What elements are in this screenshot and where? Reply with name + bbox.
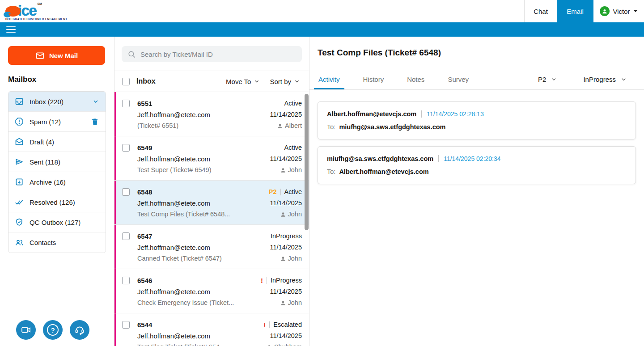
agent-name: John	[288, 253, 302, 264]
sidebar-item-contacts[interactable]: Contacts	[8, 232, 106, 253]
archive-icon	[15, 177, 24, 186]
chevron-down-icon	[294, 78, 300, 84]
message-sender: Albert.hoffman@etevcjs.com	[327, 110, 416, 118]
to-label: To:	[327, 123, 335, 131]
status-dropdown[interactable]: InProgress	[583, 76, 627, 83]
sidebar-item-label: Contacts	[30, 239, 99, 246]
tab-label: Survey	[448, 76, 469, 83]
tab-chat[interactable]: Chat	[524, 0, 557, 22]
select-all-checkbox[interactable]	[122, 78, 130, 85]
status-text: Active	[284, 186, 302, 198]
user-avatar-icon	[600, 6, 610, 16]
sender-email: Jeff.hoffman@etete.com	[137, 330, 263, 342]
sort-by-dropdown[interactable]: Sort by	[270, 78, 300, 85]
activity-messages: Albert.hoffman@etevcjs.com 11/14/2025 02…	[309, 90, 644, 196]
ticket-detail-panel: Test Comp Files (Ticket# 6548) Activity …	[309, 37, 644, 346]
priority-value: P2	[538, 76, 546, 83]
sidebar-item-inbox[interactable]: Inbox (220)	[8, 92, 106, 112]
agent-name: Shubham	[274, 342, 302, 346]
tab-notes[interactable]: Notes	[404, 69, 427, 89]
mail-list-item-6548[interactable]: 6548 Jeff.hoffman@etete.com Test Comp Fi…	[114, 181, 309, 225]
mail-checkbox[interactable]	[122, 188, 130, 196]
message-recipient: Albert.hoffman@etevcjs.com	[339, 168, 428, 175]
tab-label: History	[363, 76, 384, 83]
ticket-id: 6549	[137, 142, 270, 153]
sender-email: Jeff.hoffman@etete.com	[137, 109, 270, 120]
sidebar-item-sent[interactable]: Sent (118)	[8, 152, 106, 172]
mail-checkbox[interactable]	[122, 277, 130, 284]
mail-list-column: Inbox Move To Sort by 6551 Jeff.hoffman@…	[114, 37, 309, 346]
status-text: InProgress	[271, 231, 302, 242]
mail-list-item-6549[interactable]: 6549 Jeff.hoffman@etete.com Test Super (…	[114, 136, 309, 181]
chevron-down-icon	[620, 76, 627, 83]
sidebar-item-spam[interactable]: Spam (12)	[8, 112, 106, 132]
mail-list-item-6551[interactable]: 6551 Jeff.hoffman@etete.com (Ticket# 655…	[114, 92, 309, 136]
chevron-down-icon	[92, 98, 99, 105]
mail-list-item-6544[interactable]: 6544 Jeff.hoffman@etete.com Test Flag Ti…	[114, 313, 309, 346]
tab-history[interactable]: History	[360, 69, 387, 89]
message-timestamp: 11/14/2025 02:28:13	[427, 110, 483, 118]
mail-list-item-6546[interactable]: 6546 Jeff.hoffman@etete.com Check Emerge…	[114, 269, 309, 313]
person-icon	[280, 256, 286, 262]
status-value: InProgress	[583, 76, 616, 83]
envelope-icon	[35, 51, 45, 60]
tab-email[interactable]: Email	[557, 0, 593, 22]
mail-checkbox[interactable]	[122, 144, 130, 152]
person-icon	[277, 123, 283, 129]
move-to-dropdown[interactable]: Move To	[226, 78, 260, 85]
page-title: Test Comp Files (Ticket# 6548)	[318, 48, 441, 58]
status-text: Active	[284, 98, 302, 109]
mail-list-item-6547[interactable]: 6547 Jeff.hoffman@etete.com Canned Ticke…	[114, 225, 309, 269]
person-icon	[280, 211, 286, 218]
logo-brand-text: ice	[18, 5, 36, 17]
trash-icon[interactable]	[91, 118, 99, 126]
sent-icon	[15, 157, 24, 166]
new-mail-label: New Mail	[49, 52, 78, 59]
scrollbar-thumb[interactable]	[305, 94, 309, 230]
mailbox-heading: Mailbox	[8, 75, 114, 84]
sidebar-item-resolved[interactable]: Resolved (126)	[8, 192, 106, 212]
message-card[interactable]: Albert.hoffman@etevcjs.com 11/14/2025 02…	[318, 101, 636, 139]
sidebar-item-draft[interactable]: Draft (4)	[8, 132, 106, 152]
inbox-icon	[15, 97, 24, 106]
tab-chat-label: Chat	[534, 8, 548, 15]
support-button[interactable]	[70, 320, 89, 340]
sidebar: New Mail Mailbox Inbox (220) Spam (12) D…	[0, 37, 114, 346]
video-call-icon	[21, 325, 31, 335]
to-label: To:	[327, 168, 335, 175]
person-icon	[280, 300, 286, 306]
message-card[interactable]: miufhg@sa.sws.etfgdghtexas.com 11/14/202…	[318, 146, 636, 184]
mail-date: 11/14/2025	[270, 109, 302, 120]
video-call-button[interactable]	[16, 320, 36, 340]
contacts-icon	[15, 238, 24, 247]
help-button[interactable]: ?	[43, 320, 63, 340]
logo-speech-bubble-orange-icon	[5, 6, 21, 17]
mail-checkbox[interactable]	[122, 100, 130, 107]
priority-dropdown[interactable]: P2	[538, 76, 557, 83]
detail-tabs: Activity History Notes Survey P2 InProgr…	[309, 69, 644, 90]
search-box[interactable]	[122, 46, 302, 62]
mail-checkbox[interactable]	[122, 321, 130, 329]
search-input[interactable]	[140, 51, 296, 58]
help-icon: ?	[47, 324, 59, 336]
user-menu[interactable]: Victor	[593, 0, 644, 22]
urgent-icon: !	[263, 319, 266, 330]
mail-subject: Test Flag Ticket (Ticket# 654...	[137, 342, 263, 346]
sidebar-item-qc-outbox[interactable]: QC Outbox (127)	[8, 212, 106, 232]
sidebar-item-archive[interactable]: Archive (16)	[8, 172, 106, 192]
sender-email: Jeff.hoffman@etete.com	[137, 153, 270, 165]
sender-email: Jeff.hoffman@etete.com	[137, 242, 270, 253]
list-title: Inbox	[136, 77, 226, 85]
tab-activity[interactable]: Activity	[316, 69, 343, 89]
qc-outbox-icon	[15, 218, 24, 227]
tab-survey[interactable]: Survey	[445, 69, 471, 89]
mail-date: 11/14/2025	[270, 242, 302, 253]
mail-checkbox[interactable]	[122, 232, 130, 240]
header-spacer	[116, 0, 524, 22]
new-mail-button[interactable]: New Mail	[8, 46, 105, 65]
app-logo: ice SM INTEGRATED CUSTOMER ENGAGEMENT	[0, 0, 116, 22]
hamburger-menu-icon[interactable]	[6, 26, 16, 33]
sidebar-item-label: Archive (16)	[30, 178, 99, 186]
ticket-id: 6546	[137, 275, 261, 286]
person-icon	[280, 167, 286, 173]
